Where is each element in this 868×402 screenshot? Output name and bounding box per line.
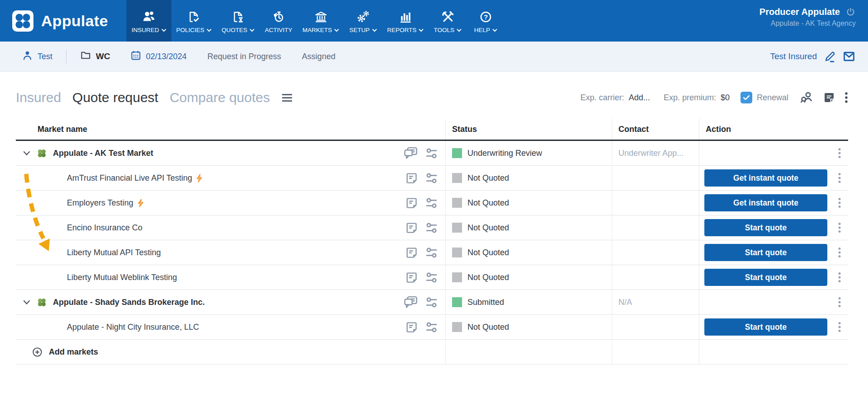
add-markets-button[interactable]: Add markets xyxy=(49,347,98,357)
market-options-sliders-icon[interactable] xyxy=(425,296,438,309)
insured-link[interactable]: Test xyxy=(22,50,52,63)
row-menu-icon[interactable] xyxy=(837,245,842,260)
tab-compare-quotes[interactable]: Compare quotes xyxy=(170,90,270,105)
status-square xyxy=(452,248,462,257)
get-instant-quote-button[interactable]: Get instant quote xyxy=(704,169,827,187)
comments-icon[interactable] xyxy=(403,295,418,309)
tab-insured[interactable]: Insured xyxy=(16,90,61,105)
folder-icon xyxy=(80,50,91,63)
notes-icon[interactable] xyxy=(405,172,418,185)
add-circle-plus-icon[interactable] xyxy=(32,346,43,358)
contact-cell xyxy=(612,315,699,339)
market-cell: Employers Testing xyxy=(16,191,445,215)
exp-carrier-value[interactable]: Add... xyxy=(629,93,650,103)
market-name[interactable]: Liberty Mutual Weblink Testing xyxy=(67,273,177,282)
market-name[interactable]: AmTrust Financial Live API Testing xyxy=(67,173,192,183)
user-panel: Producer Appulate Appulate - AK Test Age… xyxy=(760,0,868,42)
nav-item-quotes[interactable]: QUOTES xyxy=(217,0,259,42)
row-menu-icon[interactable] xyxy=(837,196,842,210)
status-square xyxy=(452,198,462,208)
table-row: Appulate - AK Test Market Underwriting R… xyxy=(16,141,848,166)
nav-label: HELP xyxy=(474,27,490,33)
notes-icon[interactable] xyxy=(405,221,418,234)
exp-premium-label: Exp. premium: xyxy=(664,93,716,103)
status-square xyxy=(452,223,462,233)
nav-item-tools[interactable]: TOOLS xyxy=(429,0,467,42)
status-label: Not Quoted xyxy=(467,273,509,282)
status-label: Not Quoted xyxy=(467,323,509,332)
nav-item-activity[interactable]: ACTIVITY xyxy=(259,0,297,42)
kebab-menu-icon[interactable] xyxy=(844,92,848,103)
market-clover-icon xyxy=(36,148,47,159)
start-quote-button[interactable]: Start quote xyxy=(704,318,827,336)
row-menu-icon[interactable] xyxy=(837,146,842,160)
nav-label: SETUP xyxy=(349,27,370,33)
start-quote-button[interactable]: Start quote xyxy=(704,269,827,286)
effective-date[interactable]: 02/13/2024 xyxy=(130,50,187,63)
row-menu-icon[interactable] xyxy=(837,171,842,185)
notes-icon[interactable] xyxy=(405,321,418,334)
nav-item-help[interactable]: ? HELP xyxy=(467,0,505,42)
tools-icon xyxy=(441,7,454,23)
market-name[interactable]: Encino Insurance Co xyxy=(67,223,142,233)
get-instant-quote-button[interactable]: Get instant quote xyxy=(704,194,827,211)
contact-cell xyxy=(612,265,699,290)
chevron-down-icon xyxy=(161,28,166,32)
market-name[interactable]: Employers Testing xyxy=(67,198,133,208)
notes-icon[interactable] xyxy=(405,196,418,210)
comments-icon[interactable] xyxy=(403,146,418,160)
market-options-sliders-icon[interactable] xyxy=(425,196,438,210)
tab-quote-request[interactable]: Quote request xyxy=(72,90,158,105)
market-options-sliders-icon[interactable] xyxy=(425,221,438,234)
market-name[interactable]: Liberty Mutual API Testing xyxy=(67,248,161,257)
chevron-down-icon[interactable] xyxy=(22,151,32,156)
logout-power-icon[interactable] xyxy=(845,7,856,17)
nav-item-markets[interactable]: MARKETS xyxy=(297,0,344,42)
policies-document-check-icon xyxy=(187,7,200,23)
lob-code: WC xyxy=(96,51,110,61)
market-name[interactable]: Appulate - Night City Insurance, LLC xyxy=(67,323,199,332)
exp-premium-value[interactable]: $0 xyxy=(721,93,730,103)
market-options-sliders-icon[interactable] xyxy=(425,321,438,334)
row-menu-icon[interactable] xyxy=(837,220,842,235)
start-quote-button[interactable]: Start quote xyxy=(704,244,827,261)
row-icons xyxy=(405,172,438,185)
nav-item-reports[interactable]: REPORTS xyxy=(382,0,429,42)
row-menu-icon[interactable] xyxy=(837,320,842,334)
row-menu-icon[interactable] xyxy=(837,295,842,309)
market-options-sliders-icon[interactable] xyxy=(425,271,438,284)
market-options-sliders-icon[interactable] xyxy=(425,172,438,185)
nav-label: TOOLS xyxy=(434,27,455,33)
nav-label: MARKETS xyxy=(302,27,332,33)
insured-display-name: Test Insured xyxy=(770,51,817,61)
renewal-checkbox[interactable] xyxy=(741,92,752,103)
user-agency: Appulate - AK Test Agency xyxy=(760,19,856,28)
edit-pencil-icon[interactable] xyxy=(824,51,836,63)
contact-cell: N/A xyxy=(612,290,699,314)
start-quote-button[interactable]: Start quote xyxy=(704,219,827,236)
notes-icon[interactable] xyxy=(405,246,418,259)
envelope-icon[interactable] xyxy=(843,50,855,63)
nav-item-setup[interactable]: SETUP xyxy=(344,0,382,42)
notes-icon[interactable] xyxy=(405,271,418,284)
market-options-sliders-icon[interactable] xyxy=(425,147,438,160)
line-of-business[interactable]: WC xyxy=(80,50,110,63)
row-menu-icon[interactable] xyxy=(837,270,842,285)
status-square xyxy=(452,297,462,307)
assign-underwriter-icon[interactable] xyxy=(800,91,814,104)
status-cell: Not Quoted xyxy=(445,215,612,240)
tabs-menu-icon[interactable] xyxy=(282,94,292,102)
market-name: Appulate - Shady Sands Brokerage Inc. xyxy=(53,298,205,307)
chevron-down-icon xyxy=(419,28,424,32)
nav-item-insured[interactable]: INSURED xyxy=(127,0,171,42)
chevron-down-icon[interactable] xyxy=(22,300,32,305)
brand[interactable]: Appulate xyxy=(0,0,117,42)
market-options-sliders-icon[interactable] xyxy=(425,246,438,259)
market-cell: Appulate - Shady Sands Brokerage Inc. xyxy=(16,290,445,314)
person-icon xyxy=(22,50,33,63)
status-cell: Not Quoted xyxy=(445,191,612,215)
filled-note-icon[interactable] xyxy=(823,91,835,104)
column-header-market-name: Market name xyxy=(16,119,445,140)
nav-item-policies[interactable]: POLICIES xyxy=(171,0,217,42)
instant-quote-bolt-icon xyxy=(196,173,203,183)
